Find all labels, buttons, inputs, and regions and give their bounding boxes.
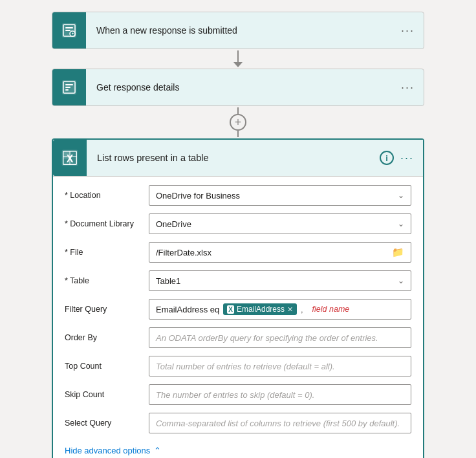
field-name-hint: field name: [312, 305, 350, 314]
svg-rect-9: [65, 87, 70, 88]
step3-title: List rows present in a table: [87, 153, 380, 163]
step1-icon: ✦: [52, 12, 86, 49]
top-count-input[interactable]: Total number of entries to retrieve (def…: [149, 356, 411, 376]
svg-rect-10: [65, 89, 69, 91]
select-query-input[interactable]: Comma-separated list of columns to retri…: [149, 413, 411, 433]
select-query-row: Select Query Comma-separated list of col…: [65, 412, 411, 434]
location-label: * Location: [65, 191, 149, 200]
order-by-input[interactable]: An ODATA orderBy query for specifying th…: [149, 327, 411, 348]
svg-rect-13: [63, 151, 70, 158]
token-label: EmailAddress: [237, 305, 285, 314]
top-count-row: Top Count Total number of entries to ret…: [65, 355, 411, 377]
step2-title: Get response details: [86, 82, 392, 93]
table-arrow-icon: ⌄: [398, 276, 404, 285]
location-arrow-icon: ⌄: [398, 191, 404, 200]
top-count-label: Top Count: [65, 362, 149, 371]
step1-more-button[interactable]: ···: [392, 24, 424, 38]
token-excel-icon: X: [227, 305, 234, 314]
token-close-button[interactable]: ✕: [287, 305, 293, 314]
filter-query-row: Filter Query EmailAddress eq X EmailAddr…: [65, 298, 411, 320]
email-address-token[interactable]: X EmailAddress ✕: [223, 303, 297, 315]
step3-form: * Location OneDrive for Business ⌄ * Doc…: [53, 177, 423, 458]
table-label: * Table: [65, 276, 149, 285]
file-value: /FilterDate.xlsx: [156, 248, 211, 257]
hide-advanced-button[interactable]: Hide advanced options ⌃: [65, 441, 411, 458]
document-library-label: * Document Library: [65, 219, 149, 228]
skip-count-placeholder: The number of entries to skip (default =…: [156, 390, 314, 400]
file-label: * File: [65, 248, 149, 257]
skip-count-label: Skip Count: [65, 390, 149, 399]
location-value: OneDrive for Business: [156, 191, 240, 201]
svg-rect-2: [65, 27, 73, 28]
step3-header-icons: i ···: [380, 151, 423, 165]
arrow-1-line: [237, 50, 239, 62]
plus-connector-1[interactable]: +: [230, 107, 246, 137]
step3-excel-icon: X: [53, 140, 87, 176]
location-row: * Location OneDrive for Business ⌄: [65, 184, 411, 206]
step3-info-button[interactable]: i: [380, 151, 394, 165]
filter-comma: ,: [301, 305, 303, 314]
document-library-arrow-icon: ⌄: [398, 219, 404, 228]
filter-query-input[interactable]: EmailAddress eq X EmailAddress ✕ , field…: [149, 299, 411, 320]
document-library-value: OneDrive: [156, 219, 191, 229]
flow-container: ✦ When a new response is submitted ··· G…: [52, 12, 424, 458]
step2-icon: [52, 69, 86, 105]
filter-query-label: Filter Query: [65, 305, 149, 314]
select-query-label: Select Query: [65, 419, 149, 428]
file-input[interactable]: /FilterDate.xlsx 📁: [149, 242, 411, 263]
step3-more-button[interactable]: ···: [400, 151, 414, 165]
plus-line-2: [237, 131, 239, 137]
location-dropdown[interactable]: OneDrive for Business ⌄: [149, 185, 411, 206]
order-by-placeholder: An ODATA orderBy query for specifying th…: [156, 333, 378, 343]
step1-title: When a new response is submitted: [86, 25, 392, 36]
select-query-placeholder: Comma-separated list of columns to retri…: [156, 419, 400, 428]
plus-circle-1[interactable]: +: [230, 114, 246, 131]
table-row: * Table Table1 ⌄: [65, 270, 411, 292]
svg-text:✦: ✦: [71, 32, 74, 36]
arrow-1-head: [233, 62, 243, 67]
svg-rect-8: [65, 84, 73, 85]
step2-more-button[interactable]: ···: [392, 81, 424, 94]
document-library-row: * Document Library OneDrive ⌄: [65, 213, 411, 235]
arrow-1: [233, 50, 243, 67]
svg-rect-3: [65, 30, 70, 31]
file-folder-icon: 📁: [392, 246, 404, 258]
order-by-row: Order By An ODATA orderBy query for spec…: [65, 327, 411, 349]
step1-card: ✦ When a new response is submitted ···: [52, 12, 424, 49]
step2-card: Get response details ···: [52, 69, 424, 106]
skip-count-row: Skip Count The number of entries to skip…: [65, 384, 411, 406]
step3-card: X List rows present in a table i ··· * L…: [52, 138, 424, 458]
order-by-label: Order By: [65, 333, 149, 342]
document-library-dropdown[interactable]: OneDrive ⌄: [149, 213, 411, 234]
top-count-placeholder: Total number of entries to retrieve (def…: [156, 362, 335, 371]
hide-advanced-label: Hide advanced options: [65, 446, 150, 455]
step3-header: X List rows present in a table i ···: [53, 140, 423, 177]
chevron-up-icon: ⌃: [154, 446, 161, 455]
plus-line-1: [237, 107, 239, 114]
table-value: Table1: [156, 276, 180, 286]
filter-prefix-text: EmailAddress eq: [156, 305, 219, 314]
file-row: * File /FilterDate.xlsx 📁: [65, 241, 411, 263]
skip-count-input[interactable]: The number of entries to skip (default =…: [149, 384, 411, 405]
table-dropdown[interactable]: Table1 ⌄: [149, 270, 411, 291]
